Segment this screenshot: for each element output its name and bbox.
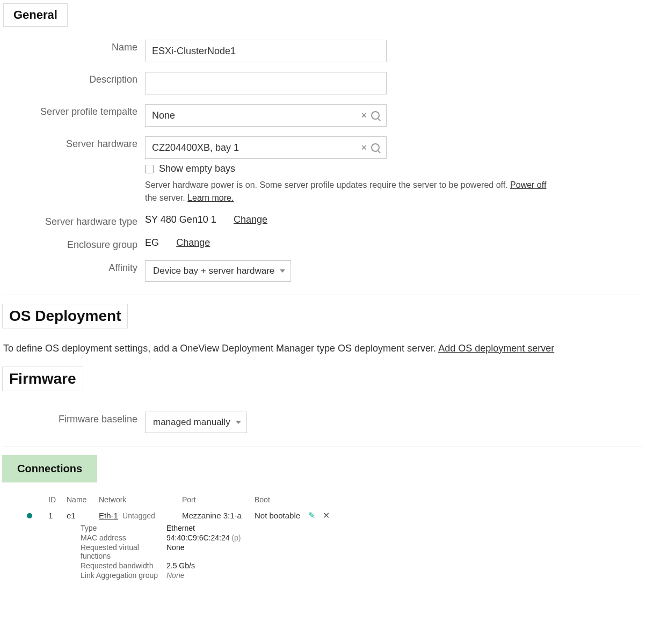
affinity-select[interactable]: Device bay + server hardware [145, 260, 291, 282]
detail-type-value: Ethernet [166, 524, 195, 532]
os-text: To define OS deployment settings, add a … [3, 341, 643, 356]
row-template: Server profile tempalte None × [0, 100, 646, 129]
clear-icon[interactable]: × [359, 142, 369, 153]
row-eg: Enclosure group EG Change [0, 233, 646, 253]
section-firmware-title: Firmware [2, 367, 83, 391]
delete-icon[interactable]: ✕ [323, 511, 330, 520]
template-value: None [152, 110, 359, 121]
template-combo[interactable]: None × [145, 104, 387, 127]
detail-lag-value: None [166, 571, 184, 580]
label-eg: Enclosure group [0, 235, 145, 251]
label-baseline: Firmware baseline [0, 409, 145, 425]
cell-port: Mezzanine 3:1-a [182, 511, 255, 520]
label-affinity: Affinity [0, 258, 145, 274]
cell-network-link[interactable]: Eth-1 [99, 511, 118, 520]
label-hwtype: Server hardware type [0, 212, 145, 228]
section-connections-title: Connections [2, 455, 97, 482]
cell-boot: Not bootable [255, 511, 308, 520]
section-os-title: OS Deployment [2, 304, 128, 328]
add-os-server-link[interactable]: Add OS deployment server [438, 343, 554, 354]
hardware-value: CZ204400XB, bay 1 [152, 142, 359, 153]
power-warning: Server hardware power is on. Some server… [145, 179, 553, 204]
chevron-down-icon [236, 421, 241, 424]
search-icon[interactable] [371, 111, 380, 120]
cell-id: 1 [48, 511, 67, 520]
row-name: Name [0, 35, 646, 64]
cell-network-tag: Untagged [122, 511, 155, 520]
show-empty-label: Show empty bays [159, 163, 235, 174]
power-off-link[interactable]: Power off [510, 180, 546, 189]
detail-vf-value: None [166, 543, 184, 560]
col-id: ID [48, 495, 67, 504]
divider [3, 446, 643, 447]
row-hardware: Server hardware CZ204400XB, bay 1 × Show… [0, 132, 646, 207]
cell-name: e1 [67, 511, 99, 520]
learn-more-link[interactable]: Learn more. [187, 193, 234, 202]
show-empty-checkbox[interactable] [145, 165, 154, 173]
hardware-combo[interactable]: CZ204400XB, bay 1 × [145, 136, 387, 159]
detail-bw-label: Requested bandwidth [81, 561, 166, 570]
row-affinity: Affinity Device bay + server hardware [0, 256, 646, 284]
detail-mac-value: 94:40:C9:6C:24:24 (p) [166, 533, 241, 542]
edit-icon[interactable]: ✎ [308, 511, 315, 520]
detail-type-label: Type [81, 524, 166, 532]
section-general-title: General [3, 3, 68, 27]
search-icon[interactable] [371, 143, 380, 152]
table-header-row: ID Name Network Port Boot [27, 495, 646, 504]
description-input[interactable] [145, 72, 387, 94]
table-row: 1 e1 Eth-1 Untagged Mezzanine 3:1-a Not … [27, 510, 646, 521]
change-eg-link[interactable]: Change [176, 237, 210, 248]
label-description: Description [0, 70, 145, 85]
detail-vf-label: Requested virtual functions [81, 543, 166, 560]
col-network: Network [99, 495, 182, 504]
row-hwtype: Server hardware type SY 480 Gen10 1 Chan… [0, 210, 646, 230]
status-dot-icon [27, 513, 32, 518]
label-name: Name [0, 38, 145, 53]
chevron-down-icon [280, 269, 285, 273]
hwtype-value: SY 480 Gen10 1 [145, 212, 216, 225]
col-boot: Boot [255, 495, 308, 504]
divider [3, 295, 643, 295]
detail-mac-label: MAC address [81, 533, 166, 542]
baseline-value: managed manually [153, 417, 230, 428]
col-name: Name [67, 495, 99, 504]
label-template: Server profile tempalte [0, 102, 145, 118]
name-input[interactable] [145, 40, 387, 62]
clear-icon[interactable]: × [359, 110, 369, 121]
col-port: Port [182, 495, 255, 504]
connection-details: Type Ethernet MAC address 94:40:C9:6C:24… [81, 524, 646, 580]
row-description: Description [0, 68, 646, 97]
detail-lag-label: Link Aggregation group [81, 571, 166, 580]
label-hardware: Server hardware [0, 134, 145, 150]
eg-value: EG [145, 235, 159, 248]
baseline-select[interactable]: managed manually [145, 412, 247, 433]
affinity-value: Device bay + server hardware [153, 266, 274, 276]
detail-bw-value: 2.5 Gb/s [166, 561, 195, 570]
row-baseline: Firmware baseline managed manually [0, 407, 646, 435]
connections-table: ID Name Network Port Boot 1 e1 Eth-1 Unt… [27, 495, 646, 580]
change-hwtype-link[interactable]: Change [234, 214, 267, 225]
